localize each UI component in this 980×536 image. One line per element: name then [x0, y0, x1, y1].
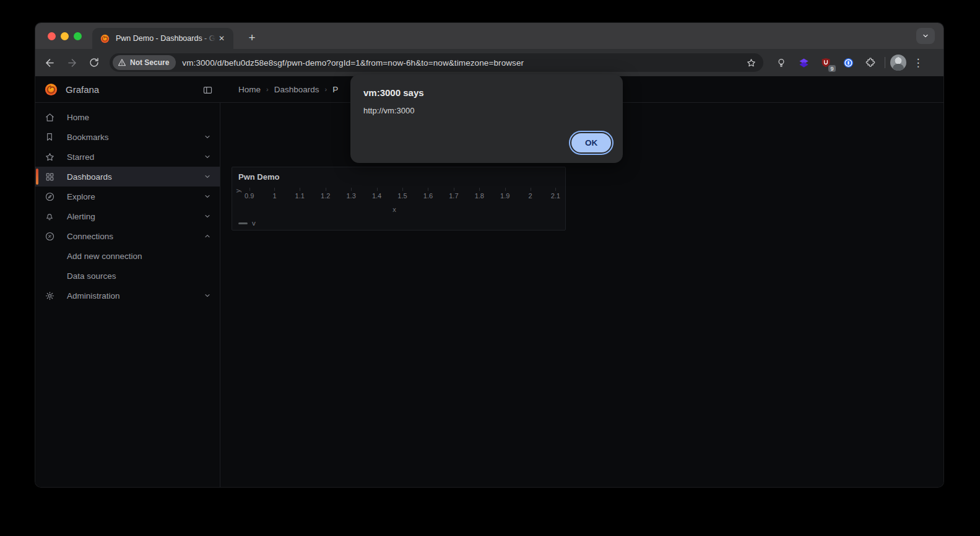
reload-button[interactable]	[85, 53, 103, 72]
sidebar-item-explore[interactable]: Explore	[35, 187, 220, 206]
grafana-sidebar: Home Bookmarks Starred	[35, 103, 220, 488]
plug-icon	[44, 231, 55, 242]
address-bar[interactable]: Not Secure vm:3000/d/befu0dz58e8sgf/pwn-…	[110, 53, 763, 72]
home-icon	[44, 112, 55, 123]
alert-title: vm:3000 says	[363, 87, 610, 98]
toolbar-divider	[885, 57, 885, 68]
apps-grid-icon	[44, 171, 55, 182]
sidebar-item-home[interactable]: Home	[35, 107, 220, 127]
alert-ok-button[interactable]: OK	[570, 132, 612, 154]
gear-icon	[44, 290, 55, 301]
profile-avatar[interactable]	[890, 55, 906, 71]
series-name[interactable]: v	[252, 219, 256, 227]
legend[interactable]: v	[238, 219, 256, 227]
back-button[interactable]	[40, 53, 59, 72]
ublock-badge: 9	[828, 64, 836, 72]
sidebar-toggle-icon[interactable]	[201, 83, 214, 97]
lightbulb-extension-icon[interactable]	[772, 53, 791, 72]
x-axis-label: x	[232, 206, 557, 213]
x-tick: 2.1	[551, 192, 560, 200]
browser-window: Pwn Demo - Dashboards - Gr ✕ + Not Secur…	[35, 22, 944, 488]
url-text[interactable]: vm:3000/d/befu0dz58e8sgf/pwn-demo?orgId=…	[182, 58, 744, 68]
breadcrumb: Home › Dashboards › P	[220, 85, 338, 94]
x-tick: 1.7	[449, 192, 458, 200]
x-tick: 1	[270, 192, 279, 200]
x-tick: 1.3	[346, 192, 355, 200]
bookmark-star-icon[interactable]	[744, 55, 758, 70]
x-axis-ticks: 0.9 1 1.1 1.2 1.3 1.4 1.5 1.6 1.7 1.8 1.…	[245, 192, 560, 200]
zoom-window-button[interactable]	[74, 32, 82, 40]
chevron-down-icon[interactable]	[204, 213, 211, 220]
chevron-down-icon[interactable]	[204, 133, 211, 141]
sidebar-item-data-sources[interactable]: Data sources	[35, 266, 220, 286]
sidebar-item-dashboards[interactable]: Dashboards	[35, 167, 220, 187]
extensions-puzzle-icon[interactable]	[861, 53, 880, 72]
grafana-brand-label: Grafana	[66, 84, 99, 95]
layers-extension-icon[interactable]	[794, 53, 813, 72]
panel-title[interactable]: Pwn Demo	[232, 167, 565, 182]
chevron-down-icon[interactable]	[204, 173, 211, 180]
alert-message: http://vm:3000	[363, 106, 610, 115]
tab-strip: Pwn Demo - Dashboards - Gr ✕ +	[35, 23, 943, 49]
sidebar-item-starred[interactable]: Starred	[35, 147, 220, 167]
tab-close-icon[interactable]: ✕	[216, 33, 227, 44]
new-tab-button[interactable]: +	[243, 29, 261, 46]
not-secure-badge[interactable]: Not Secure	[113, 55, 176, 70]
sidebar-item-alerting[interactable]: Alerting	[35, 206, 220, 226]
x-tick: 1.5	[397, 192, 407, 200]
close-window-button[interactable]	[48, 32, 56, 40]
warning-triangle-icon	[118, 58, 126, 67]
star-icon	[44, 151, 55, 162]
grafana-brand[interactable]: Grafana	[35, 82, 220, 97]
not-secure-label: Not Secure	[130, 58, 169, 67]
bookmark-icon	[44, 131, 55, 143]
x-tick: 1.8	[475, 192, 484, 200]
sidebar-item-administration[interactable]: Administration	[35, 286, 220, 305]
minimize-window-button[interactable]	[61, 32, 69, 40]
breadcrumb-separator-icon: ›	[266, 86, 269, 93]
sidebar-item-bookmarks[interactable]: Bookmarks	[35, 127, 220, 147]
browser-menu-kebab-icon[interactable]: ⋮	[909, 53, 927, 72]
js-alert-dialog: vm:3000 says http://vm:3000 OK	[350, 74, 623, 163]
chevron-down-icon[interactable]	[204, 193, 211, 200]
grafana-favicon-icon	[100, 33, 110, 44]
tab-search-chevron-icon[interactable]	[916, 28, 935, 44]
breadcrumb-current: P	[332, 85, 338, 94]
compass-icon	[44, 191, 55, 202]
x-tick: 1.2	[321, 192, 330, 200]
chevron-down-icon[interactable]	[204, 292, 211, 299]
x-tick: 1.9	[500, 192, 510, 200]
browser-toolbar: Not Secure vm:3000/d/befu0dz58e8sgf/pwn-…	[35, 49, 943, 76]
pwn-demo-panel[interactable]: Pwn Demo y 0.9 1 1.1 1.2 1.3 1.4 1.5 1.6…	[232, 167, 566, 231]
chevron-down-icon[interactable]	[204, 153, 211, 160]
x-tick: 1.4	[372, 192, 381, 200]
x-tick: 1.1	[295, 192, 305, 200]
x-tick: 0.9	[245, 192, 254, 200]
breadcrumb-home[interactable]: Home	[238, 85, 261, 94]
x-tick: 1.6	[423, 192, 433, 200]
series-swatch-icon	[238, 222, 248, 224]
breadcrumb-dashboards[interactable]: Dashboards	[274, 85, 319, 94]
x-tick: 2	[526, 192, 535, 200]
bell-icon	[44, 211, 55, 222]
active-tab[interactable]: Pwn Demo - Dashboards - Gr ✕	[92, 28, 233, 49]
onepassword-extension-icon[interactable]	[839, 53, 857, 72]
sidebar-item-connections[interactable]: Connections	[35, 226, 220, 246]
y-axis-label: y	[234, 189, 241, 193]
forward-button[interactable]	[63, 53, 81, 72]
toolbar-extensions: 9 ⋮	[768, 53, 927, 72]
breadcrumb-separator-icon: ›	[324, 86, 327, 93]
tab-title: Pwn Demo - Dashboards - Gr	[116, 34, 216, 43]
sidebar-item-add-new-connection[interactable]: Add new connection	[35, 246, 220, 266]
window-controls	[48, 32, 82, 40]
grafana-logo-icon	[44, 82, 58, 97]
chevron-up-icon[interactable]	[204, 232, 211, 240]
ublock-extension-icon[interactable]: 9	[817, 53, 835, 72]
